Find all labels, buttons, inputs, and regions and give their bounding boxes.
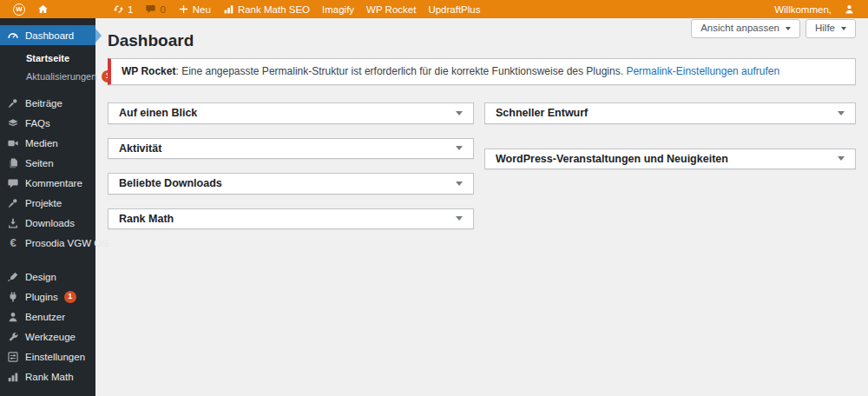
sidebar-item-label: Einstellungen <box>25 352 85 362</box>
chevron-down-icon <box>841 27 846 30</box>
widget-aktivitaet: Aktivität <box>108 138 474 160</box>
rank-math-seo-link[interactable]: Rank Math SEO <box>217 0 316 18</box>
chart-icon <box>7 371 19 383</box>
sidebar-item-rank-math[interactable]: Rank Math <box>0 366 95 386</box>
dashboard-submenu: Startseite Aktualisierungen 1 <box>0 45 95 90</box>
toggle-caret-icon[interactable] <box>456 146 463 150</box>
sidebar-item-dashboard[interactable]: Dashboard <box>0 25 95 45</box>
widgets-column-left: Auf einen Blick Aktivität Beliebte Downl… <box>108 102 474 243</box>
chart-icon <box>223 3 234 15</box>
rank-math-seo-label: Rank Math SEO <box>238 4 310 15</box>
toggle-caret-icon[interactable] <box>456 182 463 186</box>
my-account-link[interactable]: Willkommen, <box>768 0 838 18</box>
help-label: Hilfe <box>815 23 835 34</box>
sidebar-item-prosodia-vgw-os[interactable]: € Prosodia VGW OS <box>0 233 95 253</box>
media-icon <box>7 137 19 149</box>
notice-message: : Eine angepasste Permalink-Struktur ist… <box>175 65 626 77</box>
sidebar-item-label: Projekte <box>25 198 62 208</box>
widgets-column-right: Schneller Entwurf WordPress-Veranstaltun… <box>484 102 856 183</box>
updates-link[interactable]: 1 <box>107 0 139 18</box>
tools-icon <box>7 331 19 343</box>
layers-icon <box>7 117 19 129</box>
brush-icon <box>7 271 19 283</box>
sidebar-item-faqs[interactable]: FAQs <box>0 113 95 133</box>
sidebar-item-projekte[interactable]: Projekte <box>0 193 95 213</box>
sidebar-item-medien[interactable]: Medien <box>0 133 95 153</box>
updraftplus-label: UpdraftPlus <box>428 4 480 15</box>
widget-rank-math: Rank Math <box>108 208 474 230</box>
widget-header[interactable]: Rank Math <box>108 209 473 229</box>
submenu-item-startseite[interactable]: Startseite <box>0 49 95 67</box>
sidebar-item-label: Beiträge <box>25 98 62 109</box>
sidebar-item-kommentare[interactable]: Kommentare <box>0 173 95 193</box>
toggle-caret-icon[interactable] <box>838 156 845 161</box>
sidebar-item-plugins[interactable]: Plugins 1 <box>0 287 95 307</box>
euro-icon: € <box>7 237 19 249</box>
permalink-settings-link[interactable]: Permalink-Einstellungen aufrufen <box>626 65 779 77</box>
wordpress-menu[interactable]: W <box>7 0 31 18</box>
help-button[interactable]: Hilfe <box>806 19 856 38</box>
widget-title: Rank Math <box>119 214 174 225</box>
wp-rocket-link[interactable]: WP Rocket <box>360 0 422 18</box>
updraftplus-link[interactable]: UpdraftPlus <box>422 0 486 18</box>
sidebar-item-einstellungen[interactable]: Einstellungen <box>0 346 95 366</box>
sidebar-item-beitraege[interactable]: Beiträge <box>0 93 95 113</box>
menu-separator <box>0 253 95 267</box>
toggle-caret-icon[interactable] <box>456 216 463 221</box>
toggle-caret-icon[interactable] <box>456 111 463 116</box>
sidebar-item-benutzer[interactable]: Benutzer <box>0 307 95 327</box>
pages-icon <box>7 157 19 169</box>
plugin-count-badge: 1 <box>64 291 76 303</box>
dashboard-icon <box>7 30 19 42</box>
sidebar-item-label: Dashboard <box>25 30 74 41</box>
users-icon <box>7 311 19 323</box>
chevron-down-icon <box>786 27 791 30</box>
widget-header[interactable]: Auf einen Blick <box>108 103 473 123</box>
updates-icon <box>113 3 124 15</box>
widget-wordpress-veranstaltungen: WordPress-Veranstaltungen und Neuigkeite… <box>484 148 856 170</box>
screen-meta: Ansicht anpassen Hilfe <box>691 19 856 38</box>
widget-header[interactable]: Aktivität <box>108 139 473 159</box>
sidebar-item-label: Benutzer <box>25 312 65 322</box>
sidebar-item-label: Seiten <box>25 158 54 168</box>
admin-bar: W 1 0 Neu R <box>0 0 868 18</box>
sidebar-item-label: Kommentare <box>25 178 82 188</box>
sidebar-item-label: Rank Math <box>25 372 74 382</box>
widget-auf-einen-blick: Auf einen Blick <box>108 102 474 124</box>
sidebar-item-design[interactable]: Design <box>0 267 95 287</box>
sidebar-item-downloads[interactable]: Downloads <box>0 213 95 233</box>
wordpress-logo-icon: W <box>13 3 25 16</box>
toggle-caret-icon[interactable] <box>838 111 845 116</box>
widget-header[interactable]: Beliebte Downloads <box>108 174 473 194</box>
plus-icon <box>178 3 189 15</box>
sidebar-item-label: Werkzeuge <box>25 332 76 342</box>
admin-bar-left: W 1 0 Neu R <box>0 0 487 18</box>
widget-header[interactable]: Schneller Entwurf <box>485 103 855 123</box>
comments-count: 0 <box>160 4 165 15</box>
dashboard-widgets: Auf einen Blick Aktivität Beliebte Downl… <box>108 102 856 243</box>
widget-header[interactable]: WordPress-Veranstaltungen und Neuigkeite… <box>485 149 855 169</box>
widget-title: Schneller Entwurf <box>496 108 588 119</box>
user-avatar-icon <box>844 3 855 15</box>
updates-count: 1 <box>128 4 133 15</box>
sidebar-item-label: Medien <box>25 138 58 148</box>
wp-rocket-label: WP Rocket <box>366 4 416 15</box>
comments-link[interactable]: 0 <box>139 0 171 18</box>
download-icon <box>7 217 19 229</box>
settings-icon <box>7 351 19 363</box>
imagify-link[interactable]: Imagify <box>316 0 360 18</box>
widget-title: Auf einen Blick <box>119 108 197 119</box>
sidebar-item-seiten[interactable]: Seiten <box>0 153 95 173</box>
widget-beliebte-downloads: Beliebte Downloads <box>108 173 474 195</box>
plugin-icon <box>7 291 19 303</box>
submenu-item-label: Startseite <box>26 53 69 63</box>
home-icon <box>37 3 49 15</box>
site-link[interactable] <box>31 0 55 18</box>
submenu-item-aktualisierungen[interactable]: Aktualisierungen 1 <box>0 67 95 85</box>
sidebar-item-werkzeuge[interactable]: Werkzeuge <box>0 327 95 346</box>
widget-schneller-entwurf: Schneller Entwurf <box>484 102 856 124</box>
avatar[interactable] <box>838 0 861 18</box>
screen-options-label: Ansicht anpassen <box>700 23 779 34</box>
new-content-button[interactable]: Neu <box>172 0 217 18</box>
screen-options-button[interactable]: Ansicht anpassen <box>691 19 800 38</box>
